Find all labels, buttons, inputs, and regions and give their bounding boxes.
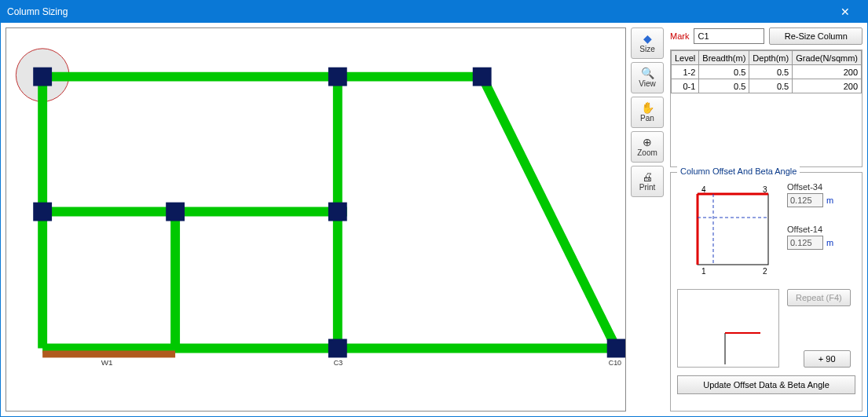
plan-canvas[interactable]: W1 C3 C10 (5, 27, 626, 412)
window-title: Column Sizing (7, 6, 68, 17)
cell[interactable]: 1-2 (672, 65, 699, 79)
right-panel: Mark Re-Size Column Level Breadth(m) Dep… (670, 27, 863, 412)
update-offset-button[interactable]: Update Offset Data & Beta Angle (677, 375, 855, 394)
column-c1[interactable] (33, 68, 52, 86)
col-label-c10: C10 (609, 359, 621, 367)
col-grade[interactable]: Grade(N/sqmm) (793, 51, 862, 65)
offset-inputs: Offset-34 m Offset-14 m (787, 179, 833, 281)
sizing-table[interactable]: Level Breadth(m) Depth(m) Grade(N/sqmm) … (671, 50, 862, 93)
offset-diagram: 4 3 1 2 (677, 179, 779, 281)
mark-row: Mark Re-Size Column (670, 27, 863, 45)
svg-rect-9 (698, 194, 768, 265)
offset-34-field: Offset-34 m (787, 182, 833, 207)
plus-90-button[interactable]: + 90 (804, 350, 851, 368)
col-breadth[interactable]: Breadth(m) (699, 51, 749, 65)
zoom-label: Zoom (637, 148, 657, 157)
column-node[interactable] (328, 68, 347, 86)
resize-column-button[interactable]: Re-Size Column (769, 27, 863, 45)
offset-fieldset: Column Offset And Beta Angle 4 (670, 172, 863, 412)
cell[interactable]: 200 (793, 79, 862, 93)
beta-controls: Repeat (F4) + 90 (787, 289, 851, 368)
mark-label: Mark (670, 31, 689, 41)
offset-34-label: Offset-34 (787, 182, 833, 192)
unit-label: m (826, 196, 833, 205)
plan-svg: W1 C3 C10 (6, 28, 625, 411)
pan-button[interactable]: ✋ Pan (631, 97, 664, 128)
magnifier-icon: 🔍 (641, 68, 654, 79)
size-label: Size (639, 45, 654, 53)
size-button[interactable]: ◆ Size (631, 27, 664, 59)
cell[interactable]: 0.5 (699, 65, 749, 79)
table-row[interactable]: 1-2 0.5 0.5 200 (672, 65, 862, 79)
offset-row: 4 3 1 2 Offset-34 m Off (677, 179, 855, 281)
print-label: Print (639, 183, 656, 192)
svg-text:4: 4 (701, 185, 706, 194)
repeat-button: Repeat (F4) (787, 289, 851, 306)
cell[interactable]: 0.5 (749, 79, 793, 93)
offset-34-input (787, 193, 823, 207)
content-area: W1 C3 C10 ◆ Size 🔍 View ✋ Pan ⊕ Zoom 🖨 P… (1, 23, 867, 416)
zoom-in-icon: ⊕ (643, 137, 652, 148)
wall-label: W1 (101, 358, 113, 367)
beta-thumbnail (677, 289, 779, 368)
table-row[interactable]: 0-1 0.5 0.5 200 (672, 79, 862, 93)
column-node[interactable] (473, 68, 492, 86)
cell[interactable]: 0.5 (699, 79, 749, 93)
column-c3[interactable] (328, 339, 347, 358)
offset-14-label: Offset-14 (787, 225, 833, 234)
diamond-icon: ◆ (643, 33, 652, 44)
pan-label: Pan (640, 114, 654, 123)
close-icon[interactable]: ✕ (830, 1, 861, 23)
print-button[interactable]: 🖨 Print (631, 166, 664, 197)
col-label-c3: C3 (334, 359, 342, 367)
svg-text:2: 2 (763, 267, 767, 276)
offset-14-field: Offset-14 m (787, 225, 833, 250)
unit-label: m (826, 238, 833, 247)
offset-legend: Column Offset And Beta Angle (677, 166, 800, 176)
column-c10[interactable] (607, 339, 625, 358)
column-node[interactable] (166, 203, 185, 221)
beta-row: Repeat (F4) + 90 (677, 289, 855, 368)
hand-icon: ✋ (641, 102, 654, 113)
offset-14-input (787, 236, 823, 250)
svg-line-8 (482, 77, 617, 349)
cell[interactable]: 0-1 (672, 79, 699, 93)
printer-icon: 🖨 (642, 171, 653, 182)
wall-w1 (42, 350, 175, 357)
column-node[interactable] (328, 203, 347, 221)
cell[interactable]: 0.5 (749, 65, 793, 79)
col-depth[interactable]: Depth(m) (749, 51, 793, 65)
view-label: View (639, 79, 656, 88)
view-button[interactable]: 🔍 View (631, 62, 664, 93)
svg-text:3: 3 (763, 185, 767, 194)
svg-text:1: 1 (701, 267, 706, 276)
mark-input[interactable] (694, 28, 764, 44)
view-toolbar: ◆ Size 🔍 View ✋ Pan ⊕ Zoom 🖨 Print (631, 27, 667, 412)
cell[interactable]: 200 (793, 65, 862, 79)
titlebar: Column Sizing ✕ (1, 1, 867, 23)
column-node[interactable] (33, 203, 52, 221)
col-level[interactable]: Level (672, 51, 699, 65)
sizing-grid[interactable]: Level Breadth(m) Depth(m) Grade(N/sqmm) … (670, 49, 863, 167)
zoom-button[interactable]: ⊕ Zoom (631, 131, 664, 163)
